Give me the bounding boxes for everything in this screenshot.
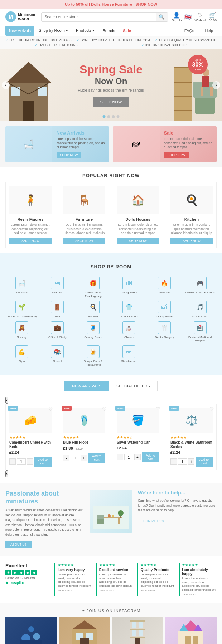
popular-item-btn[interactable]: SHOP NOW [170, 238, 213, 244]
product-badge: Sale [62, 406, 72, 411]
room-fireside[interactable]: 🔥 Fireside [148, 277, 181, 298]
wishlist-toggle[interactable]: ♡ [156, 406, 160, 412]
review-title: Quality Products [140, 568, 175, 572]
room-streetscene[interactable]: 🏘 Streetscene [112, 345, 145, 366]
room-living[interactable]: 🛋 Living Room [148, 301, 181, 318]
basket-button[interactable]: 🛒 £0.00 [208, 12, 217, 22]
products-prev-button[interactable]: ‹ [5, 397, 8, 404]
room-bathroom[interactable]: 🛁 Bathroom [5, 277, 38, 298]
room-school[interactable]: 📚 School [41, 345, 74, 366]
qty-decrease[interactable]: - [117, 454, 123, 460]
qty-input[interactable] [71, 455, 79, 461]
hero-dot-1[interactable] [103, 115, 106, 118]
new-arrivals-btn[interactable]: SHOP NOW [57, 152, 82, 158]
wishlist-button[interactable]: ♡ Wishlist [194, 12, 206, 22]
room-shops[interactable]: 🍺 Shops, Pubs & Restaurants [77, 345, 110, 366]
add-to-cart-button[interactable]: Add to cart [142, 452, 159, 462]
hero-shop-now-button[interactable]: SHOP NOW [93, 97, 129, 107]
passion-image [90, 490, 132, 533]
room-bedroom[interactable]: 🛏 Bedroom [41, 277, 74, 298]
search-bar: 🔍 [41, 12, 168, 22]
hero-dot-3[interactable] [112, 115, 115, 118]
hero-dot-4[interactable] [117, 115, 120, 118]
tab-special-offers[interactable]: SPECIAL OFFERS [109, 381, 158, 391]
qty-increase[interactable]: + [134, 454, 141, 460]
nav-faqs[interactable]: FAQs [181, 26, 198, 36]
qty-decrease[interactable]: - [63, 455, 69, 461]
svg-rect-42 [130, 637, 145, 638]
popular-item-btn[interactable]: SHOP NOW [63, 238, 105, 244]
banner-image-sale: 🍽 [113, 126, 160, 162]
qty-decrease[interactable]: - [9, 458, 16, 465]
room-gym[interactable]: 💪 Gym [5, 345, 38, 366]
qty-increase[interactable]: + [81, 455, 87, 461]
popular-item-btn[interactable]: SHOP NOW [9, 238, 52, 244]
room-label: Doctor's Medical & Hospital [184, 336, 217, 342]
hero-dots [103, 115, 120, 118]
sign-in-button[interactable]: 👤 Sign In [172, 12, 182, 22]
popular-item-btn[interactable]: SHOP NOW [117, 238, 159, 244]
banner-cta[interactable]: SHOP NOW [135, 2, 157, 6]
search-button[interactable]: 🔍 [156, 13, 168, 21]
room-christmas[interactable]: 🎁 Christmas & Thanksgiving [77, 277, 110, 298]
svg-rect-7 [174, 67, 192, 121]
room-hall[interactable]: 🚪 Hall [41, 301, 74, 318]
product-quantity: - + Add to cart [9, 457, 52, 467]
nav-brands[interactable]: Brands [99, 26, 119, 36]
about-us-button[interactable]: ABOUT US [5, 541, 32, 548]
qty-input[interactable] [178, 458, 187, 465]
add-to-cart-button[interactable]: Add to cart [34, 457, 52, 467]
qty-decrease[interactable]: - [170, 458, 177, 465]
instagram-post-1[interactable] [5, 617, 57, 644]
tab-new-arrivals[interactable]: NEW ARRIVALS [64, 381, 109, 391]
qty-increase[interactable]: + [188, 458, 194, 465]
language-selector[interactable]: 🇬🇧 [184, 14, 192, 20]
passion-section: Passionate about miniatures At Minimum W… [0, 483, 222, 556]
qty-increase[interactable]: + [27, 458, 33, 465]
add-to-cart-button[interactable]: Add to cart [88, 453, 105, 463]
room-kitchen[interactable]: 🍳 Kitchen [77, 301, 110, 318]
review-author: Jane Smith [99, 589, 134, 592]
room-garden[interactable]: 🌱 Garden & Conservatory [5, 301, 38, 318]
nav-products[interactable]: Products ▾ [72, 25, 98, 36]
wishlist-toggle[interactable]: ♡ [209, 406, 214, 412]
hero-next-button[interactable]: › [212, 81, 220, 89]
product-badge: New [115, 406, 125, 411]
room-laundry[interactable]: 👕 Laundry Room [112, 301, 145, 318]
room-dental[interactable]: 🦷 Dental Surgery [148, 321, 181, 342]
room-music[interactable]: 🎵 Music Room [184, 301, 217, 318]
wishlist-toggle[interactable]: ♡ [48, 406, 53, 412]
sale-btn[interactable]: SHOP NOW [164, 152, 189, 158]
trustpilot-logo: ★ Trustpilot [5, 581, 51, 585]
add-to-cart-button[interactable]: Add to cart [196, 457, 213, 467]
help-heading: We're here to help... [138, 490, 217, 496]
room-church[interactable]: ⛪ Church [112, 321, 145, 342]
room-label: Games Room & Sports [185, 291, 215, 294]
nav-new-arrivals[interactable]: New Arrivals [5, 26, 34, 36]
review-stars: ★★★★★ [182, 563, 217, 567]
nav-sale[interactable]: Sale [119, 26, 135, 36]
wishlist-toggle[interactable]: ♡ [102, 406, 107, 412]
hero-prev-button[interactable]: ‹ [2, 81, 10, 89]
nav-shop-by-room[interactable]: Shop by Room ▾ [35, 25, 72, 36]
room-medical[interactable]: 🏥 Doctor's Medical & Hospital [184, 321, 217, 342]
hero-dot-2[interactable] [107, 115, 110, 118]
room-dining[interactable]: 🍽 Dining Room [112, 277, 145, 298]
logo-area[interactable]: M Minimum World [5, 11, 38, 22]
products-next-button[interactable]: › [5, 470, 8, 477]
search-input[interactable] [42, 13, 156, 21]
instagram-post-4[interactable] [165, 617, 217, 644]
contact-us-button[interactable]: CONTACT US [138, 517, 169, 525]
fireside-icon: 🔥 [158, 277, 171, 289]
room-nursery[interactable]: 🧸 Nursery [5, 321, 38, 342]
review-card: ★★★★★ Excellent service Lorem ipsum dolo… [96, 563, 134, 596]
qty-input[interactable] [17, 458, 26, 465]
room-games[interactable]: 🎮 Games Room & Sports [184, 277, 217, 298]
qty-input[interactable] [124, 454, 133, 460]
room-sewing[interactable]: 🧵 Sewing Room [77, 321, 110, 342]
instagram-post-2[interactable] [59, 617, 110, 644]
room-office[interactable]: 💼 Office & Study [41, 321, 74, 342]
nav-help[interactable]: Help [201, 26, 217, 36]
product-name: Blue Flip Flops [63, 440, 105, 445]
instagram-post-3[interactable] [112, 617, 164, 644]
